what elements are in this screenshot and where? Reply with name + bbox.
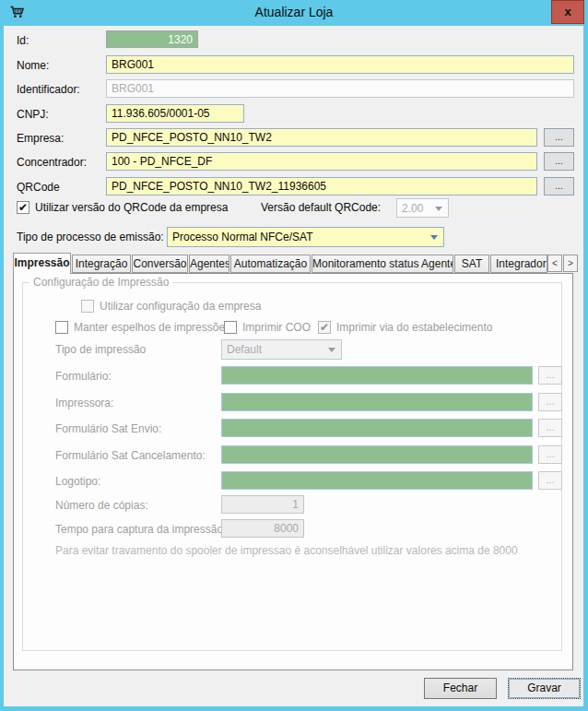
concentrador-browse-button[interactable]: ... [544, 152, 574, 171]
identificador-input: BRG001 [106, 79, 574, 98]
imprimir-via-label: Imprimir via do estabelecimento [336, 321, 492, 334]
title-bar[interactable]: Atualizar Loja x [0, 0, 588, 26]
formulario-sat-envio-label: Formulário Sat Envio: [55, 422, 161, 435]
tipo-processo-dropdown[interactable]: Processo Normal NFCe/SAT [167, 227, 444, 247]
close-button[interactable]: x [551, 0, 584, 24]
nome-label: Nome: [17, 59, 49, 72]
check-icon: ✔ [18, 201, 28, 214]
empresa-input[interactable]: PD_NFCE_POSTO_NN10_TW2 [106, 128, 537, 147]
utilizar-versao-checkbox[interactable]: ✔ [17, 201, 29, 214]
utilizar-config-empresa-label: Utilizar configuração da empresa [100, 300, 261, 313]
utilizar-config-empresa-checkbox [81, 300, 94, 313]
imprimir-coo-label: Imprimir COO [242, 321, 311, 334]
formulario-sat-cancelamento-input [221, 445, 533, 464]
tipo-processo-label: Tipo de processo de emissão: [17, 231, 164, 243]
formulario-sat-cancelamento-label: Formulário Sat Cancelamento: [55, 449, 206, 462]
dialog-atualizar-loja: Atualizar Loja x Id: 1320 Nome: BRG001 I… [0, 0, 588, 711]
qrcode-browse-button[interactable]: ... [544, 177, 574, 196]
tab-integracao[interactable]: Integração [72, 255, 131, 273]
formulario-label: Formulário: [55, 370, 112, 383]
tipo-impressao-dropdown: Default [221, 339, 342, 360]
chevron-down-icon [328, 348, 335, 352]
groupbox-configuracao-impressao [22, 282, 562, 651]
formulario-sat-envio-browse-button: ... [538, 419, 562, 437]
num-copias-input: 1 [221, 495, 304, 514]
formulario-browse-button: ... [538, 366, 562, 385]
manter-espelhos-checkbox[interactable] [55, 321, 68, 334]
num-copias-label: Número de cópias: [55, 499, 148, 512]
tipo-impressao-label: Tipo de impressão [55, 343, 146, 356]
logotipo-label: Logotipo: [55, 475, 100, 488]
imprimir-coo-checkbox[interactable] [224, 321, 237, 334]
qrcode-input[interactable]: PD_NFCE_POSTO_NN10_TW2_11936605 [106, 177, 537, 196]
id-label: Id: [17, 34, 29, 47]
manter-espelhos-label: Manter espelhos de impressões [74, 321, 230, 334]
empresa-browse-button[interactable]: ... [544, 128, 574, 147]
chevron-down-icon [430, 235, 438, 240]
nome-input[interactable]: BRG001 [106, 55, 574, 74]
fechar-button[interactable]: Fechar [424, 678, 497, 699]
tab-scroll-right-button[interactable]: > [563, 255, 578, 272]
dialog-title: Atualizar Loja [0, 0, 588, 25]
tab-scroll-left-button[interactable]: < [547, 255, 562, 272]
qrcode-label: QRCode [17, 181, 60, 194]
imprimir-via-checkbox: ✔ [318, 321, 331, 334]
impressora-browse-button: ... [538, 393, 562, 411]
cnpj-input[interactable]: 11.936.605/0001-05 [106, 104, 244, 123]
tab-impressao[interactable]: Impressão [13, 253, 71, 274]
logotipo-browse-button: ... [538, 471, 562, 490]
utilizar-versao-label: Utilizar versão do QRCode da empresa [35, 201, 228, 214]
versao-default-value: 2.00 [402, 202, 423, 215]
tab-integrador-mf[interactable]: Integrador MF [490, 255, 547, 273]
groupbox-title: Configuração de Impressão [29, 276, 172, 289]
versao-default-dropdown: 2.00 [396, 198, 449, 218]
formulario-input [221, 366, 533, 385]
tab-sat[interactable]: SAT [454, 255, 489, 273]
check-icon: ✔ [320, 321, 329, 334]
spooler-note: Para evitar travamento do spooler de imp… [55, 544, 518, 557]
tipo-processo-value: Processo Normal NFCe/SAT [172, 231, 312, 243]
id-field: 1320 [106, 30, 198, 48]
tab-automatizacao[interactable]: Automatização [230, 255, 311, 273]
tempo-captura-input: 8000 [221, 519, 304, 538]
impressora-input [221, 393, 533, 411]
impressora-label: Impressora: [55, 397, 113, 409]
formulario-sat-envio-input [221, 419, 533, 437]
gravar-button[interactable]: Gravar [508, 678, 581, 699]
concentrador-label: Concentrador: [17, 156, 87, 169]
chevron-down-icon [435, 207, 442, 211]
formulario-sat-cancelamento-browse-button: ... [538, 445, 562, 464]
logotipo-input [221, 471, 533, 490]
versao-default-label: Versão default QRCode: [261, 201, 381, 214]
tab-agentes[interactable]: Agentes [189, 255, 229, 273]
tempo-captura-label: Tempo para captura da impressão: [55, 523, 226, 536]
tab-conversao[interactable]: Conversão [132, 255, 188, 273]
cnpj-label: CNPJ: [17, 108, 49, 121]
tab-monitoramento-status-agente[interactable]: Monitoramento status Agente [312, 255, 453, 273]
identificador-label: Identificador: [17, 83, 80, 96]
concentrador-input[interactable]: 100 - PD_NFCE_DF [106, 152, 537, 171]
empresa-label: Empresa: [17, 132, 64, 145]
tipo-impressao-value: Default [227, 343, 262, 356]
